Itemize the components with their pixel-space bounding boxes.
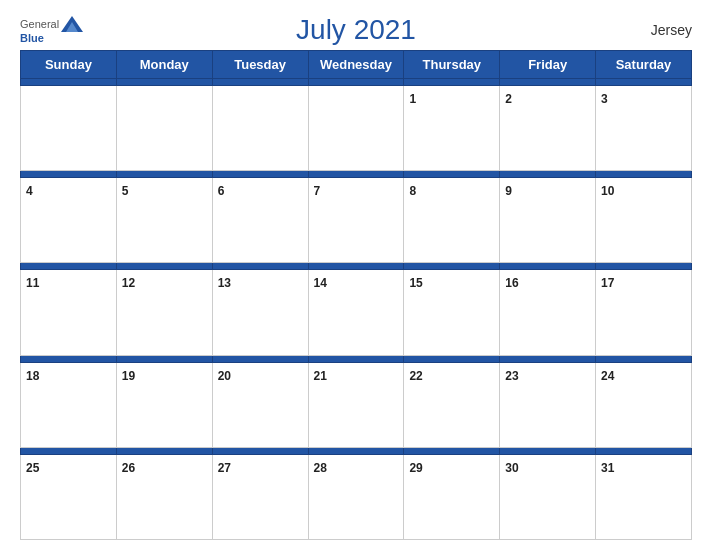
table-row[interactable]: 2 [500,86,596,171]
day-number: 24 [601,369,614,383]
day-number: 4 [26,184,33,198]
day-number: 5 [122,184,129,198]
table-row[interactable]: 27 [212,454,308,539]
logo-blue-text: Blue [20,32,44,44]
table-row[interactable]: 13 [212,270,308,355]
logo-general-text: General [20,18,59,30]
table-row[interactable]: 31 [596,454,692,539]
day-number: 30 [505,461,518,475]
col-monday: Monday [116,51,212,79]
calendar-header: General Blue July 2021 Jersey [20,14,692,46]
day-number: 7 [314,184,321,198]
day-number: 3 [601,92,608,106]
day-number: 26 [122,461,135,475]
col-friday: Friday [500,51,596,79]
region-label: Jersey [651,22,692,38]
table-row[interactable]: 10 [596,178,692,263]
table-row[interactable]: 17 [596,270,692,355]
day-number: 29 [409,461,422,475]
table-row[interactable]: 7 [308,178,404,263]
day-number: 27 [218,461,231,475]
table-row[interactable]: 26 [116,454,212,539]
calendar-table: Sunday Monday Tuesday Wednesday Thursday… [20,50,692,540]
page-title: July 2021 [296,14,416,46]
table-row[interactable]: 24 [596,362,692,447]
day-number: 21 [314,369,327,383]
table-row[interactable]: 22 [404,362,500,447]
day-number: 13 [218,276,231,290]
day-number: 18 [26,369,39,383]
table-row[interactable]: 25 [21,454,117,539]
calendar-week-row: 45678910 [21,178,692,263]
table-row[interactable]: 15 [404,270,500,355]
col-sunday: Sunday [21,51,117,79]
col-wednesday: Wednesday [308,51,404,79]
table-row[interactable]: 28 [308,454,404,539]
table-row[interactable]: 16 [500,270,596,355]
table-row[interactable]: 29 [404,454,500,539]
table-row[interactable]: 20 [212,362,308,447]
day-number: 9 [505,184,512,198]
table-row[interactable]: 18 [21,362,117,447]
col-saturday: Saturday [596,51,692,79]
calendar-week-row: 11121314151617 [21,270,692,355]
table-row[interactable]: 14 [308,270,404,355]
day-number: 28 [314,461,327,475]
day-number: 10 [601,184,614,198]
table-row[interactable] [212,86,308,171]
calendar-week-row: 18192021222324 [21,362,692,447]
day-number: 15 [409,276,422,290]
table-row[interactable]: 3 [596,86,692,171]
table-row[interactable]: 30 [500,454,596,539]
table-row[interactable]: 9 [500,178,596,263]
table-row[interactable] [308,86,404,171]
table-row[interactable]: 1 [404,86,500,171]
table-row[interactable]: 19 [116,362,212,447]
week-divider-row [21,79,692,86]
week-divider-row [21,355,692,362]
day-number: 11 [26,276,39,290]
day-number: 19 [122,369,135,383]
table-row[interactable]: 23 [500,362,596,447]
day-number: 8 [409,184,416,198]
calendar-week-row: 123 [21,86,692,171]
day-number: 31 [601,461,614,475]
day-number: 14 [314,276,327,290]
day-number: 16 [505,276,518,290]
table-row[interactable]: 21 [308,362,404,447]
table-row[interactable]: 12 [116,270,212,355]
logo-icon [61,16,83,32]
week-divider-row [21,263,692,270]
week-divider-row [21,447,692,454]
table-row[interactable]: 4 [21,178,117,263]
calendar-body: 1234567891011121314151617181920212223242… [21,79,692,540]
table-row[interactable]: 6 [212,178,308,263]
day-number: 6 [218,184,225,198]
logo: General Blue [20,16,83,44]
weekday-header-row: Sunday Monday Tuesday Wednesday Thursday… [21,51,692,79]
day-number: 12 [122,276,135,290]
table-row[interactable] [116,86,212,171]
calendar-week-row: 25262728293031 [21,454,692,539]
table-row[interactable] [21,86,117,171]
table-row[interactable]: 5 [116,178,212,263]
week-divider-row [21,171,692,178]
col-thursday: Thursday [404,51,500,79]
day-number: 1 [409,92,416,106]
table-row[interactable]: 11 [21,270,117,355]
table-row[interactable]: 8 [404,178,500,263]
day-number: 20 [218,369,231,383]
col-tuesday: Tuesday [212,51,308,79]
day-number: 23 [505,369,518,383]
day-number: 17 [601,276,614,290]
day-number: 2 [505,92,512,106]
day-number: 25 [26,461,39,475]
day-number: 22 [409,369,422,383]
